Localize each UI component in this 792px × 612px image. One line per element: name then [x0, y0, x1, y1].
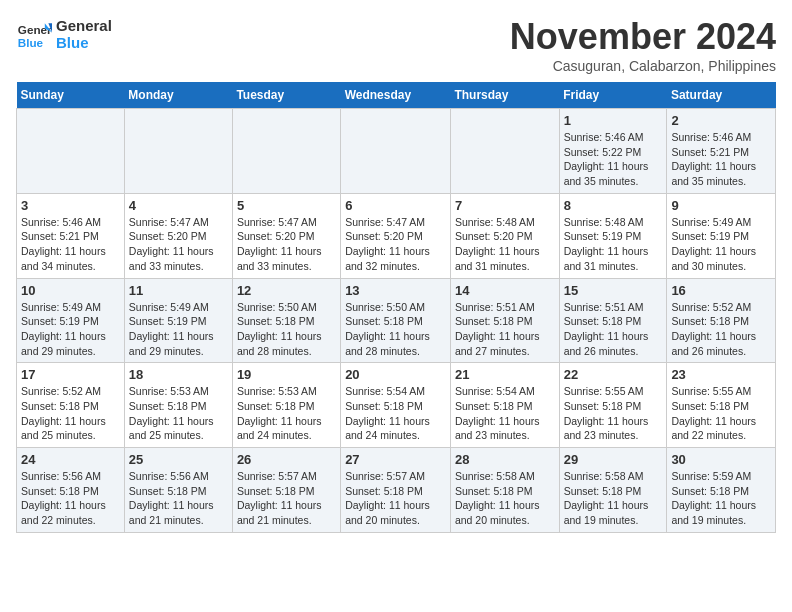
- location: Casuguran, Calabarzon, Philippines: [510, 58, 776, 74]
- day-number: 13: [345, 283, 446, 298]
- day-number: 1: [564, 113, 663, 128]
- day-number: 24: [21, 452, 120, 467]
- day-number: 29: [564, 452, 663, 467]
- day-cell: [124, 109, 232, 194]
- day-info: Sunrise: 5:58 AM Sunset: 5:18 PM Dayligh…: [564, 469, 663, 528]
- title-block: November 2024 Casuguran, Calabarzon, Phi…: [510, 16, 776, 74]
- weekday-header-tuesday: Tuesday: [232, 82, 340, 109]
- day-cell: 28Sunrise: 5:58 AM Sunset: 5:18 PM Dayli…: [450, 448, 559, 533]
- day-number: 12: [237, 283, 336, 298]
- day-info: Sunrise: 5:57 AM Sunset: 5:18 PM Dayligh…: [237, 469, 336, 528]
- logo-general: General: [56, 17, 112, 34]
- day-cell: 22Sunrise: 5:55 AM Sunset: 5:18 PM Dayli…: [559, 363, 667, 448]
- day-cell: 7Sunrise: 5:48 AM Sunset: 5:20 PM Daylig…: [450, 193, 559, 278]
- day-cell: 30Sunrise: 5:59 AM Sunset: 5:18 PM Dayli…: [667, 448, 776, 533]
- day-cell: [17, 109, 125, 194]
- day-info: Sunrise: 5:59 AM Sunset: 5:18 PM Dayligh…: [671, 469, 771, 528]
- day-cell: 23Sunrise: 5:55 AM Sunset: 5:18 PM Dayli…: [667, 363, 776, 448]
- day-cell: 20Sunrise: 5:54 AM Sunset: 5:18 PM Dayli…: [341, 363, 451, 448]
- day-cell: [232, 109, 340, 194]
- day-cell: 4Sunrise: 5:47 AM Sunset: 5:20 PM Daylig…: [124, 193, 232, 278]
- day-number: 4: [129, 198, 228, 213]
- weekday-header-row: SundayMondayTuesdayWednesdayThursdayFrid…: [17, 82, 776, 109]
- day-number: 8: [564, 198, 663, 213]
- day-cell: 29Sunrise: 5:58 AM Sunset: 5:18 PM Dayli…: [559, 448, 667, 533]
- logo-icon: General Blue: [16, 16, 52, 52]
- day-number: 25: [129, 452, 228, 467]
- day-cell: [450, 109, 559, 194]
- day-cell: 16Sunrise: 5:52 AM Sunset: 5:18 PM Dayli…: [667, 278, 776, 363]
- day-number: 17: [21, 367, 120, 382]
- weekday-header-saturday: Saturday: [667, 82, 776, 109]
- weekday-header-thursday: Thursday: [450, 82, 559, 109]
- day-number: 30: [671, 452, 771, 467]
- day-cell: 19Sunrise: 5:53 AM Sunset: 5:18 PM Dayli…: [232, 363, 340, 448]
- day-info: Sunrise: 5:47 AM Sunset: 5:20 PM Dayligh…: [129, 215, 228, 274]
- logo-blue: Blue: [56, 34, 112, 51]
- day-number: 10: [21, 283, 120, 298]
- week-row-5: 24Sunrise: 5:56 AM Sunset: 5:18 PM Dayli…: [17, 448, 776, 533]
- day-number: 11: [129, 283, 228, 298]
- day-number: 5: [237, 198, 336, 213]
- day-info: Sunrise: 5:46 AM Sunset: 5:21 PM Dayligh…: [671, 130, 771, 189]
- day-info: Sunrise: 5:56 AM Sunset: 5:18 PM Dayligh…: [129, 469, 228, 528]
- day-info: Sunrise: 5:56 AM Sunset: 5:18 PM Dayligh…: [21, 469, 120, 528]
- day-number: 26: [237, 452, 336, 467]
- weekday-header-sunday: Sunday: [17, 82, 125, 109]
- day-number: 7: [455, 198, 555, 213]
- day-cell: 8Sunrise: 5:48 AM Sunset: 5:19 PM Daylig…: [559, 193, 667, 278]
- day-number: 22: [564, 367, 663, 382]
- day-cell: 18Sunrise: 5:53 AM Sunset: 5:18 PM Dayli…: [124, 363, 232, 448]
- day-info: Sunrise: 5:55 AM Sunset: 5:18 PM Dayligh…: [564, 384, 663, 443]
- day-cell: 12Sunrise: 5:50 AM Sunset: 5:18 PM Dayli…: [232, 278, 340, 363]
- day-cell: 27Sunrise: 5:57 AM Sunset: 5:18 PM Dayli…: [341, 448, 451, 533]
- page-header: General Blue General Blue November 2024 …: [16, 16, 776, 74]
- day-cell: [341, 109, 451, 194]
- day-info: Sunrise: 5:48 AM Sunset: 5:19 PM Dayligh…: [564, 215, 663, 274]
- day-cell: 15Sunrise: 5:51 AM Sunset: 5:18 PM Dayli…: [559, 278, 667, 363]
- day-cell: 13Sunrise: 5:50 AM Sunset: 5:18 PM Dayli…: [341, 278, 451, 363]
- day-cell: 10Sunrise: 5:49 AM Sunset: 5:19 PM Dayli…: [17, 278, 125, 363]
- weekday-header-monday: Monday: [124, 82, 232, 109]
- day-cell: 11Sunrise: 5:49 AM Sunset: 5:19 PM Dayli…: [124, 278, 232, 363]
- day-info: Sunrise: 5:46 AM Sunset: 5:22 PM Dayligh…: [564, 130, 663, 189]
- day-info: Sunrise: 5:54 AM Sunset: 5:18 PM Dayligh…: [345, 384, 446, 443]
- day-info: Sunrise: 5:53 AM Sunset: 5:18 PM Dayligh…: [237, 384, 336, 443]
- day-cell: 21Sunrise: 5:54 AM Sunset: 5:18 PM Dayli…: [450, 363, 559, 448]
- day-number: 20: [345, 367, 446, 382]
- day-cell: 9Sunrise: 5:49 AM Sunset: 5:19 PM Daylig…: [667, 193, 776, 278]
- day-cell: 5Sunrise: 5:47 AM Sunset: 5:20 PM Daylig…: [232, 193, 340, 278]
- day-number: 28: [455, 452, 555, 467]
- day-number: 14: [455, 283, 555, 298]
- day-number: 3: [21, 198, 120, 213]
- day-number: 2: [671, 113, 771, 128]
- week-row-4: 17Sunrise: 5:52 AM Sunset: 5:18 PM Dayli…: [17, 363, 776, 448]
- day-info: Sunrise: 5:47 AM Sunset: 5:20 PM Dayligh…: [345, 215, 446, 274]
- week-row-3: 10Sunrise: 5:49 AM Sunset: 5:19 PM Dayli…: [17, 278, 776, 363]
- day-cell: 17Sunrise: 5:52 AM Sunset: 5:18 PM Dayli…: [17, 363, 125, 448]
- day-cell: 24Sunrise: 5:56 AM Sunset: 5:18 PM Dayli…: [17, 448, 125, 533]
- day-number: 27: [345, 452, 446, 467]
- weekday-header-friday: Friday: [559, 82, 667, 109]
- day-info: Sunrise: 5:50 AM Sunset: 5:18 PM Dayligh…: [237, 300, 336, 359]
- day-info: Sunrise: 5:48 AM Sunset: 5:20 PM Dayligh…: [455, 215, 555, 274]
- day-info: Sunrise: 5:50 AM Sunset: 5:18 PM Dayligh…: [345, 300, 446, 359]
- day-info: Sunrise: 5:51 AM Sunset: 5:18 PM Dayligh…: [455, 300, 555, 359]
- day-cell: 6Sunrise: 5:47 AM Sunset: 5:20 PM Daylig…: [341, 193, 451, 278]
- day-info: Sunrise: 5:54 AM Sunset: 5:18 PM Dayligh…: [455, 384, 555, 443]
- day-cell: 25Sunrise: 5:56 AM Sunset: 5:18 PM Dayli…: [124, 448, 232, 533]
- day-info: Sunrise: 5:52 AM Sunset: 5:18 PM Dayligh…: [21, 384, 120, 443]
- day-number: 18: [129, 367, 228, 382]
- day-info: Sunrise: 5:49 AM Sunset: 5:19 PM Dayligh…: [129, 300, 228, 359]
- day-info: Sunrise: 5:52 AM Sunset: 5:18 PM Dayligh…: [671, 300, 771, 359]
- day-info: Sunrise: 5:58 AM Sunset: 5:18 PM Dayligh…: [455, 469, 555, 528]
- svg-text:Blue: Blue: [18, 36, 44, 49]
- day-info: Sunrise: 5:46 AM Sunset: 5:21 PM Dayligh…: [21, 215, 120, 274]
- day-info: Sunrise: 5:47 AM Sunset: 5:20 PM Dayligh…: [237, 215, 336, 274]
- day-info: Sunrise: 5:51 AM Sunset: 5:18 PM Dayligh…: [564, 300, 663, 359]
- day-number: 9: [671, 198, 771, 213]
- logo: General Blue General Blue: [16, 16, 112, 52]
- week-row-2: 3Sunrise: 5:46 AM Sunset: 5:21 PM Daylig…: [17, 193, 776, 278]
- month-title: November 2024: [510, 16, 776, 58]
- day-info: Sunrise: 5:49 AM Sunset: 5:19 PM Dayligh…: [21, 300, 120, 359]
